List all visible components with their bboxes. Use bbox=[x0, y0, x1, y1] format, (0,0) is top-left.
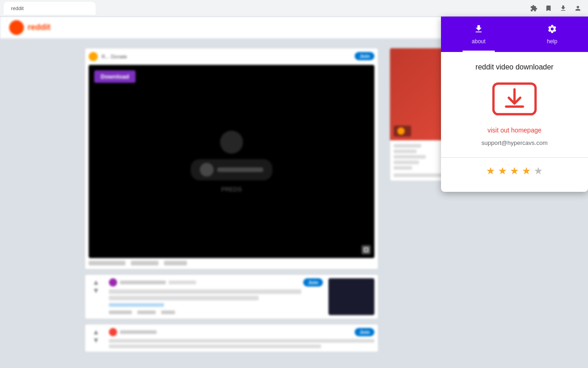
post-avatar-2 bbox=[109, 278, 117, 287]
reddit-logo-icon bbox=[9, 20, 24, 35]
vote-section-spacer bbox=[9, 48, 28, 357]
popup-nav-about[interactable]: about bbox=[463, 22, 495, 46]
post-link[interactable] bbox=[109, 303, 323, 307]
video-avatar bbox=[220, 131, 243, 154]
video-watermark: PREDS bbox=[221, 186, 242, 193]
join-button-1[interactable]: Join bbox=[355, 52, 374, 60]
post-header-2: Join bbox=[109, 278, 323, 287]
post-content-3 bbox=[109, 328, 374, 348]
video-info bbox=[191, 159, 272, 180]
sr-label-1 bbox=[394, 144, 421, 148]
browser-tab[interactable]: reddit bbox=[4, 2, 96, 15]
star-1[interactable]: ★ bbox=[486, 165, 495, 177]
sr-label-2 bbox=[394, 150, 417, 153]
action-save bbox=[161, 310, 175, 314]
post-avatar-3 bbox=[109, 328, 117, 336]
download-nav-icon bbox=[474, 24, 484, 36]
downvote-icon: ▼ bbox=[92, 287, 100, 295]
star-4[interactable]: ★ bbox=[522, 165, 531, 177]
sidebar-input-bar bbox=[394, 126, 411, 137]
tab-title: reddit bbox=[11, 6, 24, 11]
support-email: support@hypercavs.com bbox=[450, 139, 579, 146]
post-card-3: ▲ ▼ Join bbox=[85, 324, 379, 352]
about-label: about bbox=[472, 38, 486, 45]
sidebar-icon bbox=[397, 127, 405, 135]
post-title-2 bbox=[109, 289, 323, 300]
chrome-toolbar-actions bbox=[527, 2, 584, 15]
line2 bbox=[109, 345, 321, 348]
reddit-logo: reddit bbox=[9, 20, 51, 35]
video-icon bbox=[200, 163, 214, 177]
post-card-2: ▲ ▼ Join bbox=[85, 274, 379, 319]
extension-popup: about help reddit video downloader bbox=[441, 17, 588, 192]
post-score bbox=[89, 261, 125, 265]
downloader-logo-svg bbox=[492, 80, 537, 117]
vote-section-3: ▲ ▼ bbox=[89, 328, 103, 348]
fullscreen-icon[interactable] bbox=[362, 245, 371, 254]
chrome-browser-bar: reddit bbox=[0, 0, 588, 17]
help-label: help bbox=[547, 38, 557, 45]
downvote-icon-3: ▼ bbox=[92, 336, 100, 345]
post-time-2 bbox=[169, 281, 196, 284]
download-button[interactable]: Download bbox=[94, 70, 136, 83]
post-header-3 bbox=[109, 328, 374, 336]
extensions-icon[interactable] bbox=[527, 2, 540, 15]
post-body-3 bbox=[109, 339, 374, 348]
post-share bbox=[164, 261, 187, 265]
fullscreen-indicator bbox=[364, 247, 368, 252]
popup-logo bbox=[492, 80, 537, 117]
star-2[interactable]: ★ bbox=[498, 165, 507, 177]
post-text-3 bbox=[109, 339, 374, 348]
sr-label-3 bbox=[394, 155, 426, 159]
post-avatar bbox=[89, 52, 98, 61]
popup-body: reddit video downloader visit out homepa… bbox=[441, 52, 588, 192]
star-5[interactable]: ★ bbox=[534, 165, 543, 177]
vote-section-2: ▲ ▼ bbox=[89, 278, 103, 315]
video-content: PREDS bbox=[191, 131, 272, 193]
post-title-line-2 bbox=[109, 296, 259, 300]
post-meta-1 bbox=[89, 261, 374, 265]
post-sub-3 bbox=[120, 330, 157, 334]
post-text-2: Join bbox=[109, 278, 323, 315]
post-subreddit-2 bbox=[120, 281, 166, 284]
line1 bbox=[109, 339, 374, 343]
popup-nav-help[interactable]: help bbox=[537, 22, 566, 46]
upvote-icon: ▲ bbox=[92, 278, 100, 287]
sr-label-4 bbox=[394, 161, 419, 164]
post-thumbnail-2 bbox=[328, 278, 374, 315]
post-area: R... Donate Join Download PREDS bbox=[85, 48, 379, 357]
upvote-icon-3: ▲ bbox=[92, 328, 100, 336]
post-link-text bbox=[109, 303, 164, 307]
sr-label-5 bbox=[394, 166, 412, 170]
bookmarks-icon[interactable] bbox=[542, 2, 555, 15]
post-card-1: R... Donate Join Download PREDS bbox=[85, 48, 379, 270]
profile-icon[interactable] bbox=[571, 2, 584, 15]
divider bbox=[441, 157, 588, 158]
join-button-3[interactable]: Join bbox=[355, 328, 374, 336]
downloads-icon[interactable] bbox=[557, 2, 570, 15]
popup-header: about help bbox=[441, 17, 588, 52]
post-subreddit: R... Donate bbox=[102, 54, 127, 59]
homepage-link[interactable]: visit out homepage bbox=[450, 126, 579, 134]
popup-title: reddit video downloader bbox=[450, 63, 579, 71]
star-3[interactable]: ★ bbox=[510, 165, 519, 177]
join-button-2[interactable]: Join bbox=[303, 278, 323, 287]
video-title-blur bbox=[217, 167, 263, 172]
post-header-1: R... Donate Join bbox=[89, 52, 374, 61]
post-title-line-1 bbox=[109, 289, 301, 294]
action-share bbox=[137, 310, 156, 314]
reddit-logo-text: reddit bbox=[28, 23, 51, 32]
star-rating: ★ ★ ★ ★ ★ bbox=[450, 165, 579, 181]
post-actions-2 bbox=[109, 310, 323, 314]
video-player[interactable]: Download PREDS bbox=[89, 65, 374, 258]
action-comments bbox=[109, 310, 132, 314]
gear-nav-icon bbox=[547, 24, 557, 36]
post-comments bbox=[131, 261, 158, 265]
